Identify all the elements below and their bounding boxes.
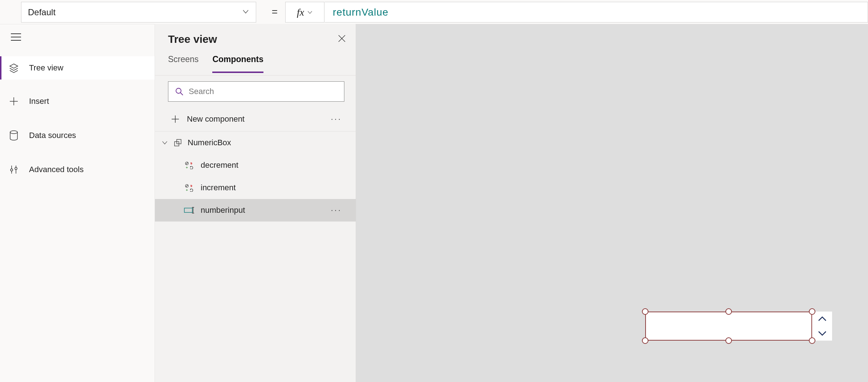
svg-text:+: + bbox=[186, 166, 188, 169]
layers-icon bbox=[9, 63, 19, 73]
stepper-up-button[interactable] bbox=[812, 312, 832, 326]
hamburger-button[interactable] bbox=[0, 24, 155, 50]
tree-view-panel: Tree view Screens Components New compone… bbox=[155, 24, 356, 382]
chevron-down-icon bbox=[818, 330, 827, 337]
chevron-down-icon bbox=[161, 139, 168, 146]
design-canvas[interactable] bbox=[356, 24, 868, 382]
hamburger-icon bbox=[11, 33, 21, 41]
tree-title-row: Tree view bbox=[155, 24, 356, 54]
tools-icon bbox=[9, 164, 19, 175]
nav-data-sources[interactable]: Data sources bbox=[0, 124, 155, 147]
tree-node-increment[interactable]: + increment bbox=[155, 176, 356, 199]
plus-icon bbox=[9, 96, 19, 106]
resize-handle-tr[interactable] bbox=[809, 308, 815, 315]
property-selector[interactable]: Default bbox=[21, 2, 256, 23]
svg-line-11 bbox=[180, 93, 183, 95]
nav-insert[interactable]: Insert bbox=[0, 90, 155, 113]
resize-handle-bm[interactable] bbox=[725, 337, 732, 344]
nav-tree-view-label: Tree view bbox=[29, 63, 64, 73]
tree-view-title: Tree view bbox=[168, 33, 217, 45]
tab-screens[interactable]: Screens bbox=[168, 54, 198, 72]
tree-node-decrement-label: decrement bbox=[201, 160, 238, 170]
svg-line-17 bbox=[186, 162, 188, 164]
tree-search[interactable] bbox=[168, 81, 344, 102]
selected-control-numberinput[interactable] bbox=[645, 308, 834, 345]
new-component-more-button[interactable]: ··· bbox=[331, 114, 342, 124]
nav-data-sources-label: Data sources bbox=[29, 131, 76, 140]
resize-handle-br[interactable] bbox=[809, 337, 815, 344]
equals-label: = bbox=[264, 0, 285, 24]
textinput-icon bbox=[184, 205, 195, 216]
resize-handle-tl[interactable] bbox=[642, 308, 648, 315]
tree-node-more-button[interactable]: ··· bbox=[331, 206, 342, 215]
chevron-down-icon bbox=[242, 7, 249, 17]
search-icon bbox=[175, 87, 184, 96]
nav-advanced-tools[interactable]: Advanced tools bbox=[0, 158, 155, 181]
resize-handle-bl[interactable] bbox=[642, 337, 648, 344]
svg-text:+: + bbox=[186, 188, 188, 192]
plus-icon bbox=[171, 115, 180, 123]
new-component-button[interactable]: New component ··· bbox=[155, 107, 356, 131]
fx-label: fx bbox=[297, 7, 304, 18]
chevron-up-icon bbox=[818, 316, 827, 322]
resize-handle-tm[interactable] bbox=[725, 308, 732, 315]
tree-search-input[interactable] bbox=[189, 87, 327, 96]
tree-node-root[interactable]: NumericBox bbox=[155, 131, 356, 154]
tree-node-numberinput-label: numberinput bbox=[201, 206, 245, 215]
numberinput-body[interactable] bbox=[645, 312, 812, 341]
left-rail: Tree view Insert Data sources Advanced t… bbox=[0, 24, 155, 382]
chevron-down-icon bbox=[307, 9, 313, 15]
nav-insert-label: Insert bbox=[29, 97, 49, 106]
action-icon: + bbox=[184, 182, 195, 193]
fx-button[interactable]: fx bbox=[285, 2, 324, 23]
equals-text: = bbox=[272, 6, 278, 18]
nav-tree-view[interactable]: Tree view bbox=[0, 56, 155, 80]
close-panel-button[interactable] bbox=[337, 34, 346, 44]
database-icon bbox=[9, 130, 19, 141]
tree-node-decrement[interactable]: + decrement bbox=[155, 154, 356, 176]
tree-node-increment-label: increment bbox=[201, 183, 236, 192]
svg-rect-22 bbox=[184, 208, 192, 212]
tree-node-root-label: NumericBox bbox=[188, 138, 231, 147]
action-icon: + bbox=[184, 160, 195, 171]
tree-tabs: Screens Components bbox=[155, 54, 356, 76]
tree-node-numberinput[interactable]: numberinput ··· bbox=[155, 199, 356, 222]
formula-expression: returnValue bbox=[333, 7, 389, 18]
svg-line-20 bbox=[186, 185, 188, 187]
stepper-down-button[interactable] bbox=[812, 326, 832, 341]
property-selector-value: Default bbox=[28, 7, 56, 17]
component-icon bbox=[172, 137, 183, 148]
close-icon bbox=[337, 34, 346, 43]
new-component-label: New component bbox=[187, 114, 245, 124]
formula-input[interactable]: returnValue bbox=[325, 2, 868, 23]
tab-components[interactable]: Components bbox=[212, 54, 263, 73]
numberinput-stepper bbox=[812, 312, 832, 341]
svg-point-5 bbox=[10, 131, 17, 134]
svg-point-10 bbox=[176, 88, 181, 93]
nav-advanced-tools-label: Advanced tools bbox=[29, 165, 83, 174]
formula-bar: Default = fx returnValue bbox=[0, 0, 868, 24]
